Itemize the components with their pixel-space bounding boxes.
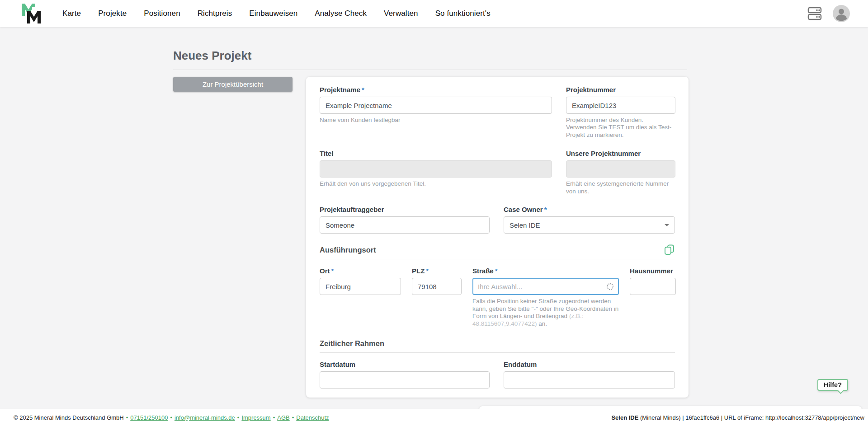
strasse-label: Straße xyxy=(472,267,494,275)
chevron-down-icon xyxy=(665,224,669,226)
field-projektname: Projektname* Name vom Kunden festlegbar xyxy=(320,86,552,139)
titel-helper: Erhält den von uns vorgegebenen Titel. xyxy=(320,180,552,187)
footer-session-rest: (Mineral Minds) | 16fae1ffc6a6 | URL of … xyxy=(638,414,864,421)
unsere-projektnummer-label: Unsere Projektnummer xyxy=(566,150,675,158)
row-auftraggeber-owner: Projektauftraggeber Case Owner* Selen ID… xyxy=(320,206,675,234)
zur-projektuebersicht-button[interactable]: Zur Projektübersicht xyxy=(173,77,292,92)
case-owner-select[interactable]: Selen IDE xyxy=(504,216,675,234)
footer-link-phone[interactable]: 07151/250100 xyxy=(130,414,168,421)
section-ausfuehrungsort: Ausführungsort xyxy=(320,246,675,259)
strasse-helper-main: Falls die Position keiner Straße zugeord… xyxy=(472,298,618,319)
page-title: Neues Projekt xyxy=(173,48,687,70)
case-owner-value: Selen IDE xyxy=(509,221,540,229)
row-daten: Startdatum Enddatum xyxy=(320,360,675,389)
projektnummer-label: Projektnummer xyxy=(566,86,675,94)
field-case-owner: Case Owner* Selen IDE xyxy=(504,206,675,234)
field-startdatum: Startdatum xyxy=(320,360,490,389)
nav-analyse-check[interactable]: Analyse Check xyxy=(315,9,367,18)
nav-so-funktionierts[interactable]: So funktioniert's xyxy=(435,9,491,18)
projektauftraggeber-label: Projektauftraggeber xyxy=(320,206,490,214)
startdatum-input[interactable] xyxy=(320,371,490,389)
hilfe-label: Hilfe? xyxy=(824,381,842,389)
page-content: Neues Projekt Zur Projektübersicht Proje… xyxy=(0,27,868,420)
row-titel-unsere-nummer: Titel Erhält den von uns vorgegebenen Ti… xyxy=(320,150,675,195)
section-zeitlicher-rahmen: Zeitlicher Rahmen xyxy=(320,339,675,353)
row-name-number: Projektname* Name vom Kunden festlegbar … xyxy=(320,86,675,139)
enddatum-label: Enddatum xyxy=(504,360,675,369)
titel-label: Titel xyxy=(320,150,552,158)
footer-link-email[interactable]: info@mineral-minds.de xyxy=(175,414,235,421)
field-projektnummer: Projektnummer Projektnummer des Kunden. … xyxy=(566,86,675,139)
footer-separator: • xyxy=(170,414,172,421)
nav-karte[interactable]: Karte xyxy=(62,9,81,18)
nav-positionen[interactable]: Positionen xyxy=(144,9,180,18)
copy-icon[interactable] xyxy=(664,244,675,257)
row-ort-plz-strasse-nr: Ort* PLZ* Straße* Falls die Position kei… xyxy=(320,267,675,328)
required-marker: * xyxy=(362,86,364,94)
field-titel: Titel Erhält den von uns vorgegebenen Ti… xyxy=(320,150,552,195)
projektnummer-helper: Projektnummer des Kunden. Verwenden Sie … xyxy=(566,117,675,139)
logo-black-m xyxy=(27,11,41,23)
nav-richtpreis[interactable]: Richtpreis xyxy=(198,9,232,18)
field-strasse: Straße* Falls die Position keiner Straße… xyxy=(472,267,619,328)
project-form-card: Projektname* Name vom Kunden festlegbar … xyxy=(306,77,689,398)
ort-label: Ort xyxy=(320,267,330,275)
hausnummer-input[interactable] xyxy=(630,278,676,295)
projektnummer-input[interactable] xyxy=(566,97,675,114)
footer-link-agb[interactable]: AGB xyxy=(277,414,289,421)
field-ort: Ort* xyxy=(320,267,401,328)
footer-link-datenschutz[interactable]: Datenschutz xyxy=(296,414,329,421)
projektauftraggeber-input[interactable] xyxy=(320,216,490,234)
projektname-helper: Name vom Kunden festlegbar xyxy=(320,117,552,124)
field-plz: PLZ* xyxy=(412,267,462,328)
unsere-projektnummer-helper: Erhält eine systemgenerierte Nummer von … xyxy=(566,180,675,195)
footer-session-user: Selen IDE xyxy=(611,414,638,421)
footer-copyright: © 2025 Mineral Minds Deutschland GmbH xyxy=(14,414,124,421)
footer-separator: • xyxy=(126,414,128,421)
unsere-projektnummer-input xyxy=(566,160,675,178)
top-navigation-bar: Karte Projekte Positionen Richtpreis Ein… xyxy=(0,0,868,27)
plz-input[interactable] xyxy=(412,278,462,295)
required-marker: * xyxy=(331,267,334,275)
mineral-minds-logo[interactable] xyxy=(18,2,46,25)
strasse-helper: Falls die Position keiner Straße zugeord… xyxy=(472,298,619,328)
footer-separator: • xyxy=(273,414,275,421)
server-stack-icon[interactable] xyxy=(807,6,823,21)
strasse-input[interactable] xyxy=(478,283,604,290)
strasse-helper-suffix: an. xyxy=(537,320,547,327)
footer-link-impressum[interactable]: Impressum xyxy=(241,414,270,421)
user-avatar-icon[interactable] xyxy=(833,5,850,22)
field-unsere-projektnummer: Unsere Projektnummer Erhält eine systemg… xyxy=(566,150,675,195)
titel-input xyxy=(320,160,552,178)
required-marker: * xyxy=(426,267,429,275)
nav-verwalten[interactable]: Verwalten xyxy=(384,9,418,18)
footer-separator: • xyxy=(292,414,294,421)
footer-session-info: Selen IDE (Mineral Minds) | 16fae1ffc6a6… xyxy=(611,414,864,421)
required-marker: * xyxy=(495,267,498,275)
nav-projekte[interactable]: Projekte xyxy=(98,9,127,18)
enddatum-input[interactable] xyxy=(504,371,675,389)
startdatum-label: Startdatum xyxy=(320,360,490,369)
required-marker: * xyxy=(544,206,547,213)
hilfe-button[interactable]: Hilfe? xyxy=(817,379,848,391)
zeitlicher-rahmen-title: Zeitlicher Rahmen xyxy=(320,339,384,347)
case-owner-label: Case Owner xyxy=(504,206,543,213)
footer-bar: © 2025 Mineral Minds Deutschland GmbH • … xyxy=(0,409,868,426)
nav-einbauweisen[interactable]: Einbauweisen xyxy=(249,9,297,18)
plz-label: PLZ xyxy=(412,267,425,275)
projektname-label: Projektname xyxy=(320,86,360,94)
ort-input[interactable] xyxy=(320,278,401,295)
header-actions xyxy=(807,5,850,22)
loading-spinner-icon xyxy=(607,283,613,290)
main-nav: Karte Projekte Positionen Richtpreis Ein… xyxy=(62,9,491,18)
ausfuehrungsort-title: Ausführungsort xyxy=(320,246,376,254)
field-hausnummer: Hausnummer xyxy=(630,267,676,328)
projektname-input[interactable] xyxy=(320,97,552,114)
field-enddatum: Enddatum xyxy=(504,360,675,389)
hausnummer-label: Hausnummer xyxy=(630,267,676,275)
footer-separator: • xyxy=(237,414,240,421)
field-projektauftraggeber: Projektauftraggeber xyxy=(320,206,490,234)
strasse-input-wrapper xyxy=(472,278,619,295)
